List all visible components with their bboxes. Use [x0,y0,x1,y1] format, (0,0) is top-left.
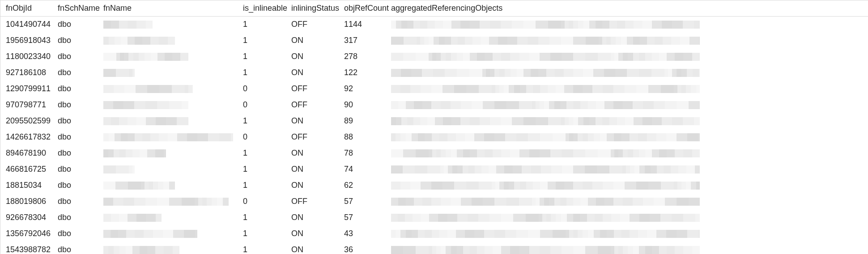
redacted-content [103,149,166,157]
cell-fnschname: dbo [58,49,103,64]
cell-aggregatedreferencingobjects [391,230,868,238]
cell-fnobjid: 1290799911 [6,81,58,97]
column-header-fnname[interactable]: fnName [103,0,243,16]
redacted-content [103,21,153,29]
cell-isinlineable: 1 [243,178,291,193]
table-row[interactable]: 1041490744dbo1OFF1144 [0,17,868,33]
cell-aggregatedreferencingobjects [391,133,868,141]
redacted-content [391,53,700,61]
redacted-content [103,85,193,93]
cell-fnobjid: 1180023340 [6,49,58,64]
redacted-content [103,165,135,174]
redacted-content [391,85,700,93]
cell-fnname [103,182,243,190]
table-row[interactable]: 1426617832dbo0OFF88 [0,129,868,145]
cell-isinlineable: 1 [243,33,291,48]
cell-fnschname: dbo [58,113,103,129]
table-row[interactable]: 1543988782dbo1ON36 [0,242,868,254]
table-row[interactable]: 1290799911dbo0OFF92 [0,81,868,97]
cell-fnobjid: 18815034 [6,178,58,193]
cell-aggregatedreferencingobjects [391,69,868,77]
cell-inliningstatus: ON [291,210,344,225]
redacted-content [391,246,700,254]
column-header-isinlineable[interactable]: is_inlineable [243,0,291,16]
cell-inliningstatus: OFF [291,129,344,145]
cell-objrefcount: 89 [344,113,391,129]
redacted-content [391,101,700,109]
redacted-content [391,133,700,141]
cell-fnname [103,214,243,222]
cell-fnobjid: 1356792046 [6,226,58,241]
cell-objrefcount: 74 [344,161,391,177]
table-row[interactable]: 926678304dbo1ON57 [0,210,868,226]
table-body: 1041490744dbo1OFF11441956918043dbo1ON317… [0,17,868,254]
redacted-content [103,53,188,61]
cell-inliningstatus: OFF [291,17,344,32]
redacted-content [103,182,175,190]
table-row[interactable]: 18815034dbo1ON62 [0,178,868,194]
redacted-content [103,101,188,109]
redacted-content [391,230,700,238]
cell-objrefcount: 92 [344,81,391,97]
redacted-content [103,198,229,206]
redacted-content [103,246,179,254]
cell-aggregatedreferencingobjects [391,21,868,29]
cell-aggregatedreferencingobjects [391,101,868,109]
table-row[interactable]: 970798771dbo0OFF90 [0,97,868,113]
cell-fnobjid: 1956918043 [6,33,58,48]
column-header-aggregatedreferencingobjects[interactable]: aggregatedReferencingObjects [391,0,868,16]
cell-aggregatedreferencingobjects [391,198,868,206]
cell-objrefcount: 278 [344,49,391,64]
table-row[interactable]: 927186108dbo1ON122 [0,65,868,81]
cell-isinlineable: 1 [243,17,291,32]
cell-objrefcount: 62 [344,178,391,193]
cell-fnname [103,230,243,238]
redacted-content [391,117,700,125]
cell-fnobjid: 926678304 [6,210,58,225]
cell-inliningstatus: ON [291,49,344,64]
cell-aggregatedreferencingobjects [391,214,868,222]
cell-inliningstatus: ON [291,226,344,241]
redacted-content [391,69,700,77]
cell-fnschname: dbo [58,178,103,193]
cell-fnschname: dbo [58,81,103,97]
cell-fnname [103,21,243,29]
cell-objrefcount: 122 [344,65,391,80]
column-header-fnobjid[interactable]: fnObjId [6,0,58,16]
table-row[interactable]: 1356792046dbo1ON43 [0,226,868,242]
cell-fnobjid: 466816725 [6,161,58,177]
cell-objrefcount: 88 [344,129,391,145]
cell-inliningstatus: ON [291,33,344,48]
redacted-content [391,165,700,174]
cell-isinlineable: 1 [243,226,291,241]
cell-isinlineable: 0 [243,97,291,113]
table-row[interactable]: 1180023340dbo1ON278 [0,49,868,65]
cell-fnname [103,117,243,125]
column-header-objrefcount[interactable]: objRefCount [344,0,391,16]
table-row[interactable]: 188019806dbo0OFF57 [0,194,868,210]
redacted-content [103,117,188,125]
cell-fnschname: dbo [58,161,103,177]
cell-objrefcount: 317 [344,33,391,48]
redacted-content [391,214,700,222]
column-header-inliningstatus[interactable]: inliningStatus [291,0,344,16]
cell-fnobjid: 2095502599 [6,113,58,129]
table-row[interactable]: 466816725dbo1ON74 [0,161,868,178]
cell-fnname [103,198,243,206]
cell-fnobjid: 970798771 [6,97,58,113]
cell-isinlineable: 1 [243,161,291,177]
column-header-fnschname[interactable]: fnSchName [58,0,103,16]
cell-inliningstatus: ON [291,178,344,193]
table-row[interactable]: 2095502599dbo1ON89 [0,113,868,129]
cell-fnname [103,85,243,93]
cell-fnschname: dbo [58,194,103,209]
cell-isinlineable: 1 [243,113,291,129]
table-row[interactable]: 1956918043dbo1ON317 [0,33,868,49]
cell-isinlineable: 0 [243,194,291,209]
cell-objrefcount: 57 [344,194,391,209]
cell-objrefcount: 90 [344,97,391,113]
cell-fnname [103,53,243,61]
cell-aggregatedreferencingobjects [391,165,868,174]
table-row[interactable]: 894678190dbo1ON78 [0,145,868,161]
cell-fnobjid: 1426617832 [6,129,58,145]
